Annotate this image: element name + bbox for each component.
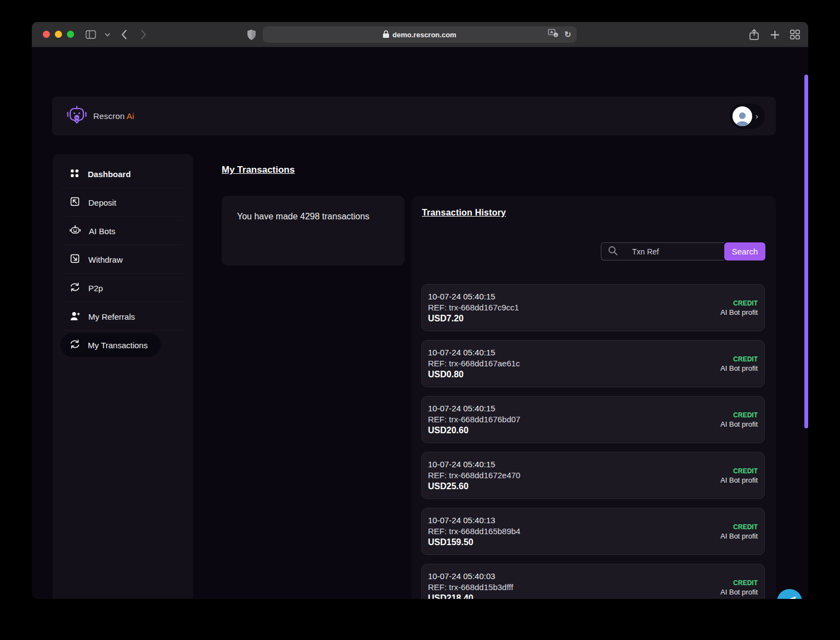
transaction-details: 10-07-24 05:40:15 REF: trx-668dd167ae61c… bbox=[428, 346, 520, 381]
transaction-row[interactable]: 10-07-24 05:40:13 REF: trx-668dd165b89b4… bbox=[421, 508, 765, 555]
transaction-amount: USD0.80 bbox=[428, 370, 520, 380]
sidebar-item-withdraw[interactable]: Withdraw bbox=[60, 245, 185, 274]
sidebar-item-label: My Transactions bbox=[88, 341, 148, 350]
telegram-button[interactable] bbox=[777, 590, 802, 599]
transaction-description: AI Bot profit bbox=[720, 476, 758, 484]
transaction-history-panel: Transaction History Search bbox=[411, 196, 776, 599]
transaction-date: 10-07-24 05:40:15 bbox=[428, 460, 520, 469]
transaction-description: AI Bot profit bbox=[720, 588, 758, 596]
transaction-amount: USD218.40 bbox=[428, 593, 513, 599]
transaction-meta: CREDIT AI Bot profit bbox=[720, 570, 758, 599]
brand[interactable]: Rescron Ai bbox=[66, 104, 134, 128]
desktop: demo.rescron.com A x ↻ bbox=[0, 0, 840, 640]
export-icon bbox=[70, 253, 80, 265]
swap-icon bbox=[70, 282, 80, 293]
transaction-ref: REF: trx-668dd15b3dfff bbox=[428, 582, 513, 592]
transaction-ref: REF: trx-668dd167ae61c bbox=[428, 359, 520, 368]
import-icon bbox=[70, 196, 80, 208]
transaction-description: AI Bot profit bbox=[720, 308, 758, 316]
transactions-summary-text: You have made 4298 transactions bbox=[237, 212, 369, 221]
sidebar-item-my-transactions[interactable]: My Transactions bbox=[60, 331, 185, 359]
scrollbar-thumb[interactable] bbox=[804, 75, 808, 428]
transaction-date: 10-07-24 05:40:15 bbox=[428, 348, 520, 357]
transaction-type-badge: CREDIT bbox=[733, 579, 758, 587]
address-bar[interactable]: demo.rescron.com A x ↻ bbox=[263, 26, 577, 43]
page-title: My Transactions bbox=[222, 165, 295, 175]
transaction-meta: CREDIT AI Bot profit bbox=[720, 402, 758, 437]
grid-icon bbox=[70, 168, 80, 180]
search-button[interactable]: Search bbox=[724, 242, 765, 260]
transaction-details: 10-07-24 05:40:13 REF: trx-668dd165b89b4… bbox=[428, 514, 520, 549]
active-pill: My Transactions bbox=[60, 333, 161, 357]
translate-icon[interactable]: A x bbox=[548, 29, 559, 39]
transaction-ref: REF: trx-668dd1672e470 bbox=[428, 471, 520, 480]
transaction-description: AI Bot profit bbox=[720, 364, 758, 372]
transaction-meta: CREDIT AI Bot profit bbox=[720, 458, 758, 493]
transaction-meta: CREDIT AI Bot profit bbox=[720, 514, 758, 549]
transaction-row[interactable]: 10-07-24 05:40:03 REF: trx-668dd15b3dfff… bbox=[421, 564, 765, 599]
sidebar-item-label: AI Bots bbox=[89, 226, 115, 236]
transaction-ref: REF: trx-668dd167c9cc1 bbox=[428, 303, 519, 312]
sidebar-item-dashboard[interactable]: Dashboard bbox=[60, 160, 185, 188]
svg-text:A: A bbox=[550, 30, 554, 35]
new-tab-icon[interactable] bbox=[769, 29, 780, 40]
sidebar: Dashboard Deposit bbox=[53, 154, 193, 599]
avatar bbox=[732, 106, 752, 126]
traffic-lights bbox=[43, 31, 74, 38]
transaction-amount: USD159.50 bbox=[428, 537, 520, 547]
transaction-type-badge: CREDIT bbox=[733, 411, 758, 419]
transaction-meta: CREDIT AI Bot profit bbox=[720, 290, 758, 325]
privacy-shield-icon[interactable] bbox=[246, 29, 257, 40]
robot-icon bbox=[70, 225, 81, 237]
forward-button[interactable] bbox=[138, 29, 149, 40]
url-text: demo.rescron.com bbox=[392, 31, 456, 39]
sidebar-item-label: P2p bbox=[88, 284, 103, 293]
transaction-row[interactable]: 10-07-24 05:40:15 REF: trx-668dd1672e470… bbox=[421, 452, 765, 499]
sidebar-item-ai-bots[interactable]: AI Bots bbox=[60, 217, 185, 245]
search-box[interactable] bbox=[601, 242, 724, 260]
sidebar-item-label: My Referrals bbox=[88, 312, 135, 321]
transaction-date: 10-07-24 05:40:15 bbox=[428, 292, 519, 301]
transaction-meta: CREDIT AI Bot profit bbox=[720, 346, 758, 381]
transaction-list: 10-07-24 05:40:15 REF: trx-668dd167c9cc1… bbox=[421, 284, 765, 599]
sidebar-toggle-icon[interactable] bbox=[85, 29, 96, 40]
zoom-window-button[interactable] bbox=[67, 31, 74, 38]
minimize-window-button[interactable] bbox=[55, 31, 62, 38]
close-window-button[interactable] bbox=[43, 31, 50, 38]
transaction-details: 10-07-24 05:40:15 REF: trx-668dd1672e470… bbox=[428, 458, 520, 493]
back-button[interactable] bbox=[119, 29, 129, 40]
reload-icon[interactable]: ↻ bbox=[564, 30, 571, 38]
transaction-ref: REF: trx-668dd165b89b4 bbox=[428, 526, 520, 536]
transaction-amount: USD20.60 bbox=[428, 426, 520, 435]
chevron-down-icon[interactable] bbox=[102, 29, 113, 40]
transaction-amount: USD7.20 bbox=[428, 314, 519, 324]
browser-window: demo.rescron.com A x ↻ bbox=[32, 22, 808, 599]
sidebar-item-my-referrals[interactable]: My Referrals bbox=[60, 302, 185, 331]
transaction-description: AI Bot profit bbox=[720, 420, 758, 428]
account-menu[interactable]: › bbox=[730, 104, 765, 129]
search-input[interactable] bbox=[632, 247, 720, 256]
sidebar-item-deposit[interactable]: Deposit bbox=[60, 188, 185, 217]
rescron-logo-icon bbox=[66, 104, 88, 128]
transaction-type-badge: CREDIT bbox=[733, 299, 758, 307]
sidebar-item-label: Deposit bbox=[88, 198, 116, 207]
transaction-date: 10-07-24 05:40:15 bbox=[428, 404, 520, 413]
app-header: Rescron Ai › bbox=[52, 97, 776, 135]
page-viewport: Rescron Ai › bbox=[32, 47, 808, 599]
transaction-row[interactable]: 10-07-24 05:40:15 REF: trx-668dd1676bd07… bbox=[421, 396, 765, 443]
transaction-type-badge: CREDIT bbox=[733, 355, 758, 363]
share-icon[interactable] bbox=[748, 29, 759, 40]
transaction-ref: REF: trx-668dd1676bd07 bbox=[428, 415, 520, 424]
transaction-history-title: Transaction History bbox=[422, 208, 506, 218]
refresh-icon bbox=[70, 339, 80, 350]
transaction-row[interactable]: 10-07-24 05:40:15 REF: trx-668dd167c9cc1… bbox=[421, 284, 765, 331]
brand-name: Rescron Ai bbox=[93, 111, 134, 121]
transaction-date: 10-07-24 05:40:13 bbox=[428, 516, 520, 525]
transaction-row[interactable]: 10-07-24 05:40:15 REF: trx-668dd167ae61c… bbox=[421, 340, 765, 387]
sidebar-item-p2p[interactable]: P2p bbox=[60, 274, 185, 302]
sidebar-item-label: Withdraw bbox=[88, 255, 123, 264]
transaction-details: 10-07-24 05:40:15 REF: trx-668dd167c9cc1… bbox=[428, 290, 519, 325]
lock-icon bbox=[383, 30, 389, 39]
telegram-plane-icon bbox=[777, 589, 802, 599]
tab-overview-icon[interactable] bbox=[790, 29, 800, 40]
